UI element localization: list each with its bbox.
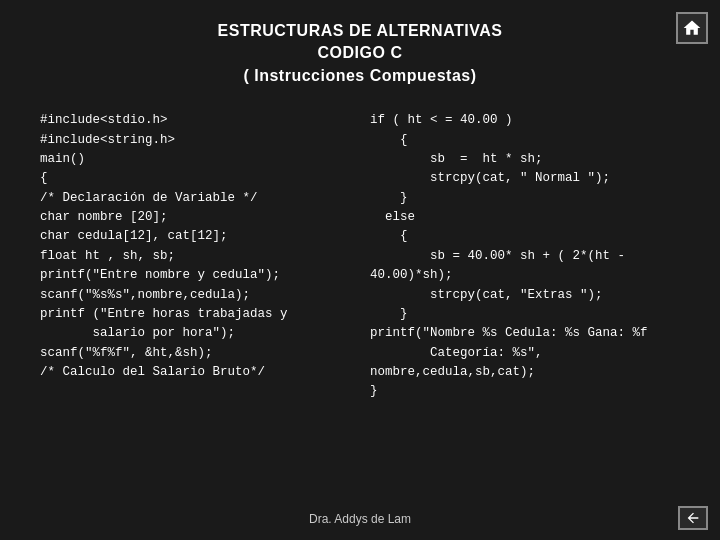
else-line: else <box>370 210 415 224</box>
nav-button[interactable] <box>678 506 708 530</box>
main-close-brace: } <box>370 384 378 398</box>
home-icon <box>682 18 702 38</box>
header-line1: ESTRUCTURAS DE ALTERNATIVAS <box>40 20 680 42</box>
home-button[interactable] <box>676 12 708 44</box>
right-code-block: if ( ht < = 40.00 ) { sb = ht * sh; strc… <box>370 111 680 402</box>
sb-calc-normal: sb = ht * sh; <box>370 152 543 166</box>
slide-header: ESTRUCTURAS DE ALTERNATIVAS CODIGO C ( I… <box>40 20 680 87</box>
close-brace-1: } <box>370 191 408 205</box>
strcpy-normal: strcpy(cat, " Normal "); <box>370 171 610 185</box>
printf-result: printf("Nombre %s Cedula: %s Gana: %f Ca… <box>370 326 648 379</box>
content-area: #include<stdio.h> #include<string.h> mai… <box>40 111 680 402</box>
nav-arrow-icon <box>685 510 701 526</box>
left-column: #include<stdio.h> #include<string.h> mai… <box>40 111 350 402</box>
if-line: if ( ht < = 40.00 ) <box>370 113 513 127</box>
strcpy-extras: strcpy(cat, "Extras "); <box>370 288 603 302</box>
close-brace-2: } <box>370 307 408 321</box>
footer: Dra. Addys de Lam <box>0 512 720 526</box>
open-brace-2: { <box>370 229 408 243</box>
right-column: if ( ht < = 40.00 ) { sb = ht * sh; strc… <box>370 111 680 402</box>
header-line3: ( Instrucciones Compuestas) <box>40 65 680 87</box>
header-line2: CODIGO C <box>40 42 680 64</box>
open-brace-1: { <box>370 133 408 147</box>
footer-text: Dra. Addys de Lam <box>309 512 411 526</box>
sb-calc-extras: sb = 40.00* sh + ( 2*(ht - 40.00)*sh); <box>370 249 633 282</box>
slide: ESTRUCTURAS DE ALTERNATIVAS CODIGO C ( I… <box>0 0 720 540</box>
left-code-block: #include<stdio.h> #include<string.h> mai… <box>40 111 350 382</box>
